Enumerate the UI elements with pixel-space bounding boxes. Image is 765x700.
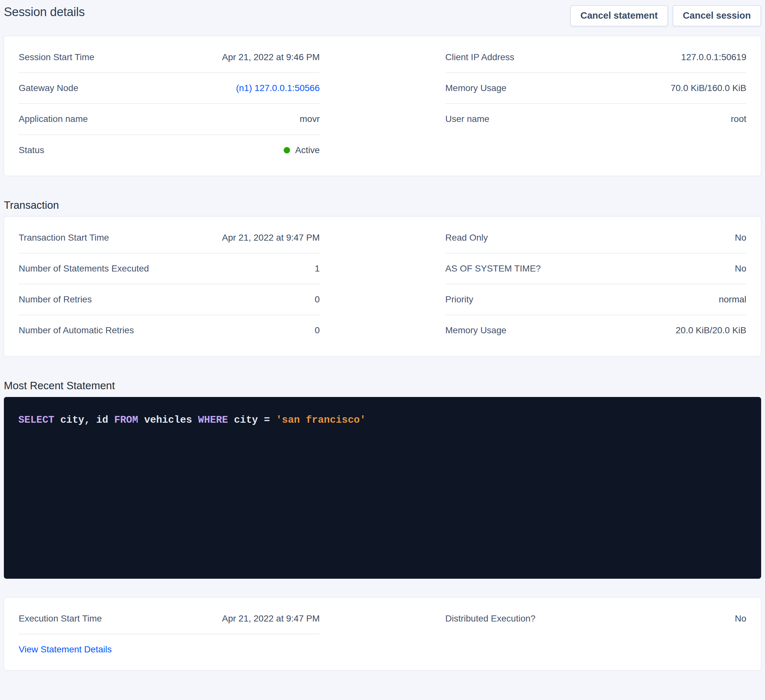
row-value: No xyxy=(735,232,746,243)
row-label: Number of Retries xyxy=(19,294,92,304)
row-value: No xyxy=(735,264,746,274)
sql-statement: SELECT city, id FROM vehicles WHERE city… xyxy=(18,414,747,427)
execution-start-time-row: Execution Start Time Apr 21, 2022 at 9:4… xyxy=(19,603,320,634)
execution-right-column: Distributed Execution? No xyxy=(445,603,746,660)
sql-text: vehicles xyxy=(138,414,198,425)
row-label: Transaction Start Time xyxy=(19,232,109,243)
row-label: User name xyxy=(445,114,490,124)
client-ip-row: Client IP Address 127.0.0.1:50619 xyxy=(445,42,746,73)
row-value: 0 xyxy=(315,294,320,304)
row-label: Gateway Node xyxy=(19,83,78,93)
row-value: root xyxy=(731,114,746,124)
transaction-section-heading: Transaction xyxy=(4,199,761,211)
application-name-row: Application name movr xyxy=(19,104,320,135)
header-actions: Cancel statement Cancel session xyxy=(570,5,761,27)
row-value: Apr 21, 2022 at 9:47 PM xyxy=(222,614,320,624)
status-text: Active xyxy=(295,145,320,155)
cancel-session-button[interactable]: Cancel session xyxy=(672,5,761,27)
gateway-node-row: Gateway Node (n1) 127.0.0.1:50566 xyxy=(19,73,320,104)
row-label: AS OF SYSTEM TIME? xyxy=(445,264,541,274)
retries-row: Number of Retries 0 xyxy=(19,284,320,315)
distributed-execution-row: Distributed Execution? No xyxy=(445,603,746,634)
statements-executed-row: Number of Statements Executed 1 xyxy=(19,253,320,284)
row-label: Read Only xyxy=(445,232,488,243)
row-value: 20.0 KiB/20.0 KiB xyxy=(676,325,746,336)
session-summary-left-column: Session Start Time Apr 21, 2022 at 9:46 … xyxy=(19,42,320,165)
session-start-time-row: Session Start Time Apr 21, 2022 at 9:46 … xyxy=(19,42,320,73)
cancel-statement-button[interactable]: Cancel statement xyxy=(570,5,668,27)
session-summary-card: Session Start Time Apr 21, 2022 at 9:46 … xyxy=(4,36,761,176)
sql-keyword: SELECT xyxy=(18,414,54,425)
row-value: 70.0 KiB/160.0 KiB xyxy=(671,83,746,93)
page-header: Session details Cancel statement Cancel … xyxy=(4,0,761,31)
page-title: Session details xyxy=(4,5,85,19)
session-details-page: Session details Cancel statement Cancel … xyxy=(0,0,765,670)
row-label: Distributed Execution? xyxy=(445,614,535,624)
sql-statement-box: SELECT city, id FROM vehicles WHERE city… xyxy=(4,397,761,579)
user-name-row: User name root xyxy=(445,104,746,134)
row-value: Apr 21, 2022 at 9:47 PM xyxy=(222,232,320,243)
status-row: Status Active xyxy=(19,135,320,165)
row-label: Number of Statements Executed xyxy=(19,264,149,274)
row-label: Memory Usage xyxy=(445,325,507,336)
transaction-left-column: Transaction Start Time Apr 21, 2022 at 9… xyxy=(19,223,320,346)
gateway-node-link[interactable]: (n1) 127.0.0.1:50566 xyxy=(236,83,320,93)
transaction-right-column: Read Only No AS OF SYSTEM TIME? No Prior… xyxy=(445,223,746,346)
transaction-start-time-row: Transaction Start Time Apr 21, 2022 at 9… xyxy=(19,223,320,253)
row-label: Priority xyxy=(445,294,473,304)
row-value: No xyxy=(735,614,746,624)
transaction-card: Transaction Start Time Apr 21, 2022 at 9… xyxy=(4,217,761,356)
session-memory-usage-row: Memory Usage 70.0 KiB/160.0 KiB xyxy=(445,73,746,104)
automatic-retries-row: Number of Automatic Retries 0 xyxy=(19,315,320,345)
row-label: Execution Start Time xyxy=(19,614,102,624)
view-statement-details-link[interactable]: View Statement Details xyxy=(19,644,112,654)
read-only-row: Read Only No xyxy=(445,223,746,253)
row-label: Memory Usage xyxy=(445,83,507,93)
row-value: Apr 21, 2022 at 9:46 PM xyxy=(222,52,320,63)
priority-row: Priority normal xyxy=(445,284,746,315)
execution-left-column: Execution Start Time Apr 21, 2022 at 9:4… xyxy=(19,603,320,660)
sql-keyword: FROM xyxy=(114,414,138,425)
execution-card: Execution Start Time Apr 21, 2022 at 9:4… xyxy=(4,597,761,670)
row-value: 0 xyxy=(315,325,320,336)
statement-section-heading: Most Recent Statement xyxy=(4,380,761,392)
session-status-badge: Active xyxy=(284,145,320,155)
sql-keyword: WHERE xyxy=(198,414,228,425)
row-label: Client IP Address xyxy=(445,52,514,63)
row-value: movr xyxy=(300,114,320,124)
sql-string-literal: 'san francisco' xyxy=(276,414,366,425)
row-label: Status xyxy=(19,145,44,155)
row-label: Session Start Time xyxy=(19,52,94,63)
session-summary-right-column: Client IP Address 127.0.0.1:50619 Memory… xyxy=(445,42,746,165)
as-of-system-time-row: AS OF SYSTEM TIME? No xyxy=(445,253,746,284)
sql-text: city = xyxy=(228,414,276,425)
view-statement-details-row: View Statement Details xyxy=(19,634,320,660)
row-label: Application name xyxy=(19,114,88,124)
row-value: 1 xyxy=(315,264,320,274)
active-status-dot-icon xyxy=(284,147,290,154)
row-label: Number of Automatic Retries xyxy=(19,325,134,336)
row-value: normal xyxy=(719,294,746,304)
row-value: 127.0.0.1:50619 xyxy=(681,52,746,63)
sql-text: city, id xyxy=(54,414,114,425)
transaction-memory-usage-row: Memory Usage 20.0 KiB/20.0 KiB xyxy=(445,315,746,345)
